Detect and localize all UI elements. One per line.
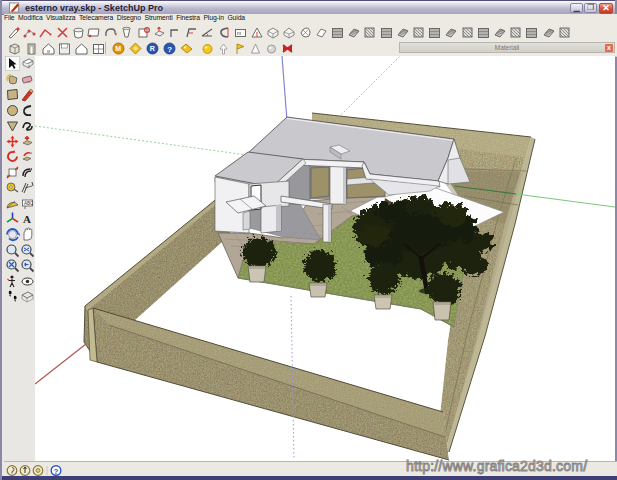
svg-text:A: A [23, 213, 31, 225]
svg-text:?: ? [54, 467, 59, 476]
svg-text:M: M [115, 45, 121, 52]
svg-text:ABC: ABC [24, 201, 34, 206]
svg-text:R: R [150, 45, 155, 52]
svg-text:?: ? [167, 45, 172, 54]
svg-text:m: m [237, 30, 241, 36]
